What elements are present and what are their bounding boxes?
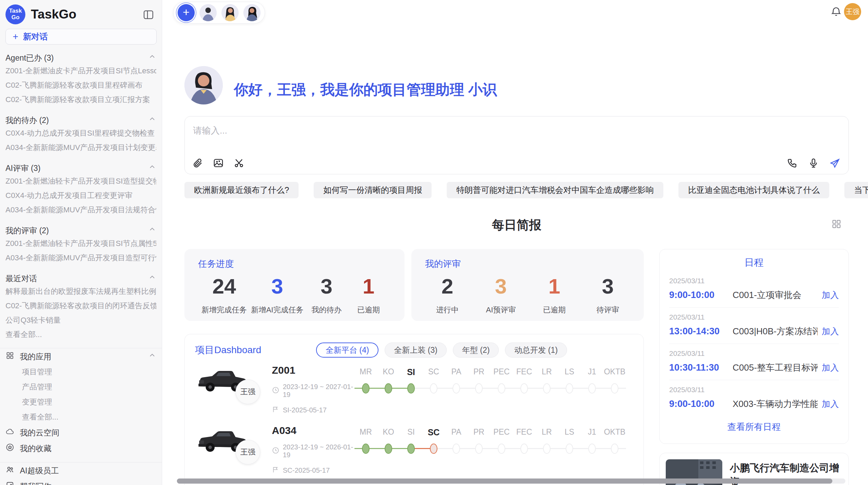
milestone-node[interactable] xyxy=(566,444,573,454)
notifications-bell-icon[interactable] xyxy=(830,6,842,17)
milestone-node[interactable] xyxy=(520,444,528,454)
microphone-icon[interactable] xyxy=(808,158,819,169)
milestone-node[interactable] xyxy=(407,383,415,394)
join-meeting-link[interactable]: 加入 xyxy=(822,289,839,301)
join-meeting-link[interactable]: 加入 xyxy=(822,398,839,410)
milestone-node[interactable] xyxy=(407,444,415,454)
milestone-node[interactable] xyxy=(362,383,370,394)
sidebar-conversation-item[interactable]: C02-飞腾新能源轻客改款项目的闭环通告反馈情况 xyxy=(5,299,156,313)
sidebar-section-header[interactable]: 我的待办 (2) xyxy=(5,114,156,126)
agent-avatar-3[interactable] xyxy=(243,4,261,21)
join-meeting-link[interactable]: 加入 xyxy=(822,362,839,373)
sidebar-conversation-item[interactable]: 解释最新出台的欧盟报废车法规再生塑料比例被调至15%... xyxy=(5,284,156,299)
chevron-up-icon[interactable] xyxy=(148,351,156,362)
sidebar-item-cloud[interactable]: 我的云空间 xyxy=(5,425,156,440)
milestone-node[interactable] xyxy=(453,444,460,454)
sidebar-tool-write[interactable]: 帮我写作 xyxy=(5,479,156,485)
sidebar-section-header[interactable]: 最近对话 xyxy=(5,273,156,284)
sidebar-section-header[interactable]: 我的评审 (2) xyxy=(5,225,156,236)
phone-icon[interactable] xyxy=(787,158,798,169)
sidebar-conversation-item[interactable]: A034-全新新能源MUV产品开发项目造型可行性评审 xyxy=(5,251,156,265)
stat: 3新增AI完成任务 xyxy=(251,273,303,315)
chevron-up-icon[interactable] xyxy=(148,225,156,236)
sidebar-conversation-item[interactable]: C0X4-动力总成开发项目工程变更评审 xyxy=(5,188,156,203)
user-avatar[interactable]: 王强 xyxy=(844,3,861,20)
milestone-node[interactable] xyxy=(362,444,370,454)
sidebar-conversation-item[interactable]: Z001-全新燃油轻卡产品开发项目SI节点属性5D文件评审 xyxy=(5,236,156,251)
milestone-node[interactable] xyxy=(520,383,528,394)
suggestion-chip[interactable]: 当下年轻人对汽车外观有怎样的喜好趋势 xyxy=(844,182,868,198)
logo-line2: Go xyxy=(11,14,20,21)
suggestion-chip[interactable]: 特朗普可能对进口汽车增税会对中国车企造成哪些影响 xyxy=(447,182,663,198)
sidebar-conversation-item[interactable]: C0X4-动力总成开发项目SI里程碑提交物检查 xyxy=(5,126,156,140)
sidebar-conversation-item[interactable]: Z001-全新燃油轻卡产品开发项目SI造型提交物评审 xyxy=(5,174,156,188)
milestone-node[interactable] xyxy=(475,444,483,454)
milestone-node[interactable] xyxy=(611,383,618,394)
send-icon[interactable] xyxy=(829,158,840,169)
new-chat-button[interactable]: + 新对话 xyxy=(5,29,157,45)
milestone-node[interactable] xyxy=(430,444,437,454)
milestone-node[interactable] xyxy=(453,383,460,394)
attachment-icon[interactable] xyxy=(192,158,203,169)
project-name[interactable]: Z001 xyxy=(272,364,354,376)
app-root: Task Go TaskGo + 新对话 Agent已办 (3)Z001-全新燃… xyxy=(0,0,868,485)
sidebar-conversation-item[interactable]: 公司Q3轻卡销量 xyxy=(5,313,156,327)
stat-label: 待评审 xyxy=(589,305,627,315)
sidebar-app-item[interactable]: 变更管理 xyxy=(5,395,156,409)
suggestion-chip[interactable]: 比亚迪全固态电池计划具体说了什么 xyxy=(678,182,829,198)
image-icon[interactable] xyxy=(213,158,224,169)
suggestion-chip[interactable]: 如何写一份清晰的项目周报 xyxy=(314,182,432,198)
milestone-node[interactable] xyxy=(566,383,573,394)
milestone-node[interactable] xyxy=(498,444,505,454)
view-all-schedule-link[interactable]: 查看所有日程 xyxy=(669,416,839,438)
milestone-node[interactable] xyxy=(385,383,392,394)
sidebar-item-star[interactable]: 我的收藏 xyxy=(5,441,156,456)
dashboard-tab[interactable]: 动总开发 (1) xyxy=(505,343,567,358)
add-agent-button[interactable]: + xyxy=(178,4,195,21)
agent-switcher: + xyxy=(173,2,265,24)
agent-avatar-2[interactable] xyxy=(221,4,239,21)
sidebar-conversation-item[interactable]: C02-飞腾新能源轻客改款项目里程碑画布 xyxy=(5,78,156,92)
sidebar-app-item[interactable]: 产品管理 xyxy=(5,380,156,394)
scissors-icon[interactable] xyxy=(233,158,244,169)
schedule-date: 2025/03/11 xyxy=(669,313,839,321)
sidebar-conversation-item[interactable]: Z001-全新燃油皮卡产品开发项目SI节点Lesson Learn报告 xyxy=(5,64,156,78)
sidebar-tool-label: 帮我写作 xyxy=(20,481,51,485)
sidebar-conversation-item[interactable]: A034-全新新能源MUV产品开发项目法规符合性评审 xyxy=(5,203,156,217)
milestone-node[interactable] xyxy=(543,383,551,394)
milestone-node[interactable] xyxy=(430,383,437,394)
horizontal-scrollbar-thumb[interactable] xyxy=(177,478,832,484)
sidebar-conversation-item[interactable]: 查看全部... xyxy=(5,327,156,342)
briefing-layout-icon[interactable] xyxy=(831,219,842,229)
milestone-node[interactable] xyxy=(498,383,505,394)
milestone-node[interactable] xyxy=(475,383,483,394)
app-title: TaskGo xyxy=(31,7,76,22)
dashboard-tab[interactable]: 年型 (2) xyxy=(453,343,499,358)
chat-input[interactable] xyxy=(185,116,848,148)
suggestion-chip[interactable]: 欧洲新规最近颁布了什么? xyxy=(184,182,299,198)
sidebar-section-header[interactable]: Agent已办 (3) xyxy=(5,52,156,64)
chevron-up-icon[interactable] xyxy=(148,53,156,63)
chevron-up-icon[interactable] xyxy=(148,163,156,173)
agent-avatar-1[interactable] xyxy=(200,4,217,21)
milestone-node[interactable] xyxy=(588,383,596,394)
join-meeting-link[interactable]: 加入 xyxy=(822,326,839,337)
sidebar-item-my-apps[interactable]: 我的应用 xyxy=(5,349,156,364)
sidebar-collapse-icon[interactable] xyxy=(143,9,154,21)
sidebar-conversation-item[interactable]: C02-飞腾新能源轻客改款项目立项汇报方案 xyxy=(5,92,156,107)
milestone-node[interactable] xyxy=(385,444,392,454)
sidebar-section-label: 我的待办 (2) xyxy=(5,115,49,126)
sidebar-app-item[interactable]: 查看全部... xyxy=(5,410,156,424)
milestone-node[interactable] xyxy=(611,444,618,454)
dashboard-tab[interactable]: 全新上装 (3) xyxy=(385,343,447,358)
chevron-up-icon[interactable] xyxy=(148,115,156,125)
sidebar-section-header[interactable]: AI评审 (3) xyxy=(5,162,156,174)
milestone-node[interactable] xyxy=(588,444,596,454)
sidebar-app-item[interactable]: 项目管理 xyxy=(5,365,156,379)
sidebar-conversation-item[interactable]: A034-全新新能源MUV产品开发项目计划变更表编写 xyxy=(5,140,156,155)
sidebar-tool-people[interactable]: AI超级员工 xyxy=(5,463,156,478)
milestone-node[interactable] xyxy=(543,444,551,454)
project-name[interactable]: A034 xyxy=(272,425,354,436)
dashboard-tab[interactable]: 全新平台 (4) xyxy=(316,343,379,358)
chevron-up-icon[interactable] xyxy=(148,273,156,284)
